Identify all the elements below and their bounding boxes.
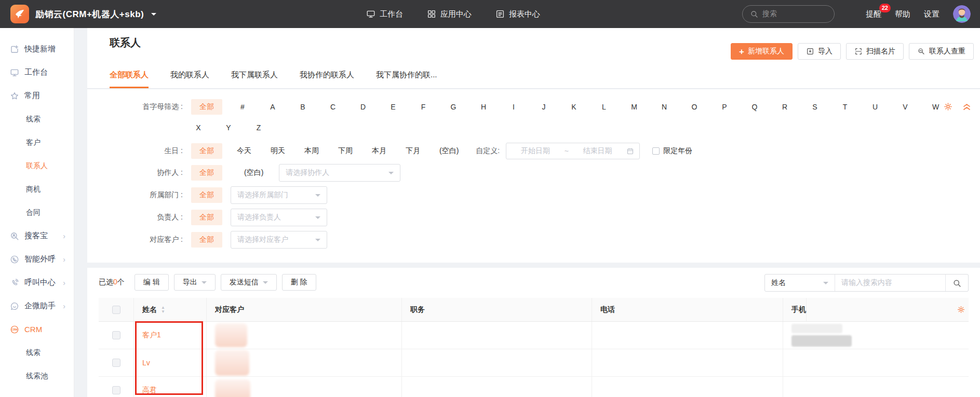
letter-C[interactable]: C <box>330 103 336 111</box>
sidebar-item-prospect[interactable]: 搜客宝› <box>0 224 74 248</box>
letter-#[interactable]: # <box>239 103 246 111</box>
sidebar-item-outcall[interactable]: 智能外呼› <box>0 248 74 271</box>
letter-Y[interactable]: Y <box>225 124 232 132</box>
table-search-input[interactable]: 请输入搜索内容 <box>835 275 945 291</box>
birthday-option-1[interactable]: 明天 <box>271 146 285 156</box>
letter-V[interactable]: V <box>902 103 908 111</box>
department-select[interactable]: 请选择所属部门 <box>231 186 327 204</box>
add-contact-button[interactable]: + 新增联系人 <box>731 43 793 60</box>
birthday-option-6[interactable]: (空白) <box>439 146 459 156</box>
customer-select[interactable]: 请选择对应客户 <box>231 231 327 249</box>
sidebar-item-sub-5[interactable]: 联系人 <box>0 154 74 177</box>
import-button[interactable]: 导入 <box>798 43 841 60</box>
topnav-app-center[interactable]: 应用中心 <box>427 9 472 19</box>
reminder-link[interactable]: 提醒 22 <box>866 9 881 19</box>
letter-A[interactable]: A <box>270 103 276 111</box>
letter-O[interactable]: O <box>691 103 697 111</box>
topnav-workbench[interactable]: 工作台 <box>366 9 403 19</box>
letter-G[interactable]: G <box>450 103 457 111</box>
letter-J[interactable]: J <box>541 103 547 111</box>
birthday-option-5[interactable]: 下月 <box>406 146 420 156</box>
birthday-option-3[interactable]: 下周 <box>338 146 353 156</box>
sidebar-item-star[interactable]: 常用 <box>0 84 74 107</box>
settings-link[interactable]: 设置 <box>924 9 939 19</box>
letter-Z[interactable]: Z <box>256 124 262 132</box>
dedupe-button[interactable]: 联系人查重 <box>909 43 974 60</box>
birthday-option-0[interactable]: 今天 <box>237 146 251 156</box>
letter-K[interactable]: K <box>571 103 577 111</box>
tab-2[interactable]: 我下属联系人 <box>231 70 278 88</box>
select-all-checkbox[interactable] <box>112 306 120 314</box>
owner-all-chip[interactable]: 全部 <box>191 210 222 225</box>
sidebar-item-crm[interactable]: CRMCRM <box>0 318 74 341</box>
filter-settings-gear-icon[interactable] <box>943 102 953 112</box>
row-checkbox[interactable] <box>112 359 120 367</box>
chevron-down-icon[interactable] <box>151 13 156 18</box>
help-link[interactable]: 帮助 <box>895 9 910 19</box>
sidebar-item-callcenter[interactable]: 呼叫中心› <box>0 271 74 294</box>
avatar[interactable] <box>953 5 971 23</box>
row-checkbox[interactable] <box>112 331 120 339</box>
letter-M[interactable]: M <box>631 103 637 111</box>
contact-name-link[interactable]: Lv <box>142 359 150 367</box>
letter-F[interactable]: F <box>420 103 426 111</box>
tab-3[interactable]: 我协作的联系人 <box>300 70 354 88</box>
global-search-input[interactable]: 搜索 <box>742 5 835 23</box>
table-search-button[interactable] <box>945 275 968 291</box>
brand[interactable]: 励销云(CRM+机器人+skb) <box>10 0 156 28</box>
sidebar-item-wechat[interactable]: 企微助手› <box>0 294 74 318</box>
sidebar-item-sub-14[interactable]: 线索池 <box>0 364 74 388</box>
letter-W[interactable]: W <box>932 103 939 111</box>
start-date-input[interactable]: 开始日期 <box>512 146 559 156</box>
sort-icon[interactable]: ▲▼ <box>161 306 165 313</box>
batch-button-3[interactable]: 删 除 <box>282 274 316 291</box>
column-settings-gear-icon[interactable] <box>957 305 965 314</box>
birthday-all-chip[interactable]: 全部 <box>191 143 222 159</box>
initial-all-chip[interactable]: 全部 <box>191 99 222 115</box>
collapse-filters-icon[interactable] <box>962 102 972 112</box>
letter-U[interactable]: U <box>872 103 878 111</box>
sidebar-item-sub-7[interactable]: 合同 <box>0 201 74 224</box>
letter-N[interactable]: N <box>661 103 667 111</box>
limit-year-checkbox[interactable]: 限定年份 <box>652 146 692 156</box>
sidebar-item-sub-13[interactable]: 线索 <box>0 341 74 364</box>
row-checkbox[interactable] <box>112 386 120 394</box>
batch-button-1[interactable]: 导出 <box>174 274 216 291</box>
tab-1[interactable]: 我的联系人 <box>170 70 209 88</box>
letter-R[interactable]: R <box>782 103 788 111</box>
letter-Q[interactable]: Q <box>751 103 758 111</box>
batch-button-0[interactable]: 编 辑 <box>135 274 169 291</box>
letter-B[interactable]: B <box>300 103 306 111</box>
owner-select[interactable]: 请选择负责人 <box>231 209 327 226</box>
letter-H[interactable]: H <box>480 103 487 111</box>
contact-name-link[interactable]: 客户1 <box>142 331 161 340</box>
batch-button-2[interactable]: 发送短信 <box>221 274 277 291</box>
birthday-date-range[interactable]: 开始日期 ~ 结束日期 <box>506 143 640 159</box>
topnav-report-center[interactable]: 报表中心 <box>495 9 540 19</box>
letter-T[interactable]: T <box>842 103 848 111</box>
customer-all-chip[interactable]: 全部 <box>191 232 222 248</box>
department-all-chip[interactable]: 全部 <box>191 187 222 203</box>
sidebar-item-quick-add[interactable]: 快捷新增 <box>0 37 74 61</box>
scan-card-button[interactable]: 扫描名片 <box>846 43 904 60</box>
letter-P[interactable]: P <box>721 103 728 111</box>
tab-4[interactable]: 我下属协作的联... <box>376 70 437 88</box>
letter-D[interactable]: D <box>360 103 366 111</box>
search-field-select[interactable]: 姓名 <box>765 275 835 291</box>
collaborator-all-chip[interactable]: 全部 <box>191 165 222 181</box>
sidebar-item-workbench[interactable]: 工作台 <box>0 61 74 84</box>
letter-E[interactable]: E <box>390 103 396 111</box>
birthday-option-4[interactable]: 本月 <box>372 146 386 156</box>
sidebar-item-sub-3[interactable]: 线索 <box>0 107 74 131</box>
letter-L[interactable]: L <box>601 103 607 111</box>
letter-S[interactable]: S <box>812 103 818 111</box>
letter-X[interactable]: X <box>195 124 202 132</box>
tab-0[interactable]: 全部联系人 <box>110 70 149 88</box>
birthday-option-2[interactable]: 本周 <box>304 146 319 156</box>
collaborator-select[interactable]: 请选择协作人 <box>279 164 400 182</box>
letter-I[interactable]: I <box>511 103 517 111</box>
sidebar-item-sub-4[interactable]: 客户 <box>0 131 74 154</box>
contact-name-link[interactable]: 高君 <box>142 386 157 395</box>
sidebar-item-sub-6[interactable]: 商机 <box>0 177 74 201</box>
end-date-input[interactable]: 结束日期 <box>574 146 621 156</box>
